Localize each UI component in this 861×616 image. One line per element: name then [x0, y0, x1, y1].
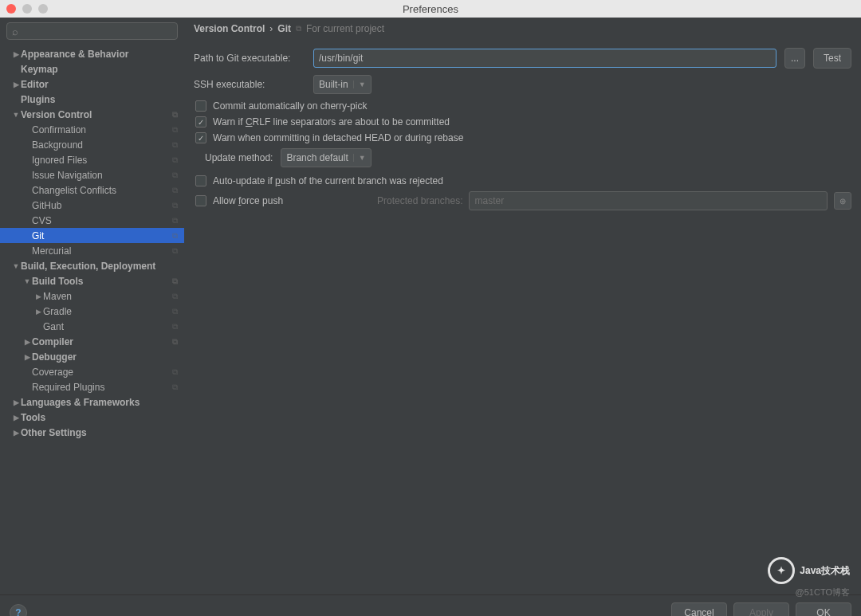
chevron-down-icon: ▼: [353, 154, 366, 162]
sidebar-item-background[interactable]: Background⧉: [0, 137, 184, 152]
sidebar-item-label: Plugins: [21, 94, 178, 105]
sidebar-item-maven[interactable]: ▶Maven⧉: [0, 288, 184, 304]
wechat-icon: ✦: [768, 557, 795, 584]
tree-arrow-icon: ▼: [11, 111, 21, 119]
sidebar-item-confirmation[interactable]: Confirmation⧉: [0, 122, 184, 137]
project-scope-icon: ⧉: [172, 246, 178, 256]
sidebar-item-build-tools[interactable]: ▼Build Tools⧉: [0, 273, 184, 288]
sidebar-item-required-plugins[interactable]: Required Plugins⧉: [0, 379, 184, 394]
help-button[interactable]: ?: [10, 604, 27, 617]
project-scope-icon: ⧉: [172, 155, 178, 165]
tree-arrow-icon: ▶: [11, 50, 21, 58]
ssh-value: Built-in: [319, 79, 348, 90]
sidebar-item-editor[interactable]: ▶Editor: [0, 77, 184, 92]
sidebar-item-label: Languages & Frameworks: [21, 397, 178, 408]
sidebar-item-label: Required Plugins: [32, 382, 172, 393]
tree-arrow-icon: ▶: [11, 414, 21, 422]
sidebar-item-label: Git: [32, 230, 172, 241]
minimize-icon[interactable]: [22, 4, 32, 14]
project-icon: ⧉: [296, 24, 301, 33]
sidebar-item-git[interactable]: Git⧉: [0, 228, 184, 243]
project-scope-icon: ⧉: [172, 110, 178, 120]
path-label: Path to Git executable:: [194, 53, 305, 64]
sidebar-item-github[interactable]: GitHub⧉: [0, 198, 184, 213]
sidebar-item-label: Changelist Conflicts: [32, 185, 172, 196]
tree-arrow-icon: ▼: [22, 277, 32, 285]
apply-button[interactable]: Apply: [733, 602, 789, 617]
sidebar-item-label: CVS: [32, 215, 172, 226]
chevron-right-icon: ›: [269, 23, 273, 34]
breadcrumb-sub: Git: [277, 23, 291, 34]
settings-tree: ▶Appearance & BehaviorKeymap▶EditorPlugi…: [0, 45, 184, 594]
sidebar-item-mercurial[interactable]: Mercurial⧉: [0, 243, 184, 258]
crlf-checkbox[interactable]: [195, 116, 206, 128]
sidebar-item-label: Build Tools: [32, 276, 172, 287]
project-scope-icon: ⧉: [172, 125, 178, 135]
sidebar-item-languages-frameworks[interactable]: ▶Languages & Frameworks: [0, 394, 184, 410]
protected-label: Protected branches:: [377, 195, 462, 206]
sidebar-item-label: Tools: [21, 412, 178, 423]
tree-arrow-icon: ▶: [22, 353, 32, 361]
project-scope-icon: ⧉: [172, 383, 178, 392]
main-panel: Version Control › Git ⧉ For current proj…: [184, 18, 861, 594]
sidebar-item-debugger[interactable]: ▶Debugger: [0, 349, 184, 364]
watermark-sub: @51CTO博客: [796, 587, 850, 598]
project-scope-icon: ⧉: [172, 277, 178, 286]
sidebar-item-label: Ignored Files: [32, 155, 172, 166]
detached-checkbox[interactable]: [195, 132, 206, 143]
sidebar-item-label: Maven: [43, 291, 172, 302]
sidebar-item-label: Gant: [43, 321, 172, 332]
sidebar-item-build-execution-deployment[interactable]: ▼Build, Execution, Deployment: [0, 258, 184, 273]
sidebar-item-label: Compiler: [32, 336, 172, 347]
sidebar-item-label: Background: [32, 139, 172, 151]
cancel-button[interactable]: Cancel: [671, 602, 727, 617]
ok-button[interactable]: OK: [796, 602, 851, 617]
sidebar-item-changelist-conflicts[interactable]: Changelist Conflicts⧉: [0, 182, 184, 198]
sidebar-item-ignored-files[interactable]: Ignored Files⧉: [0, 152, 184, 167]
sidebar-item-label: Gradle: [43, 306, 172, 317]
update-method-dropdown[interactable]: Branch default ▼: [281, 148, 371, 167]
tree-arrow-icon: ▶: [11, 80, 21, 88]
sidebar-item-tools[interactable]: ▶Tools: [0, 410, 184, 425]
tree-arrow-icon: ▶: [33, 308, 43, 316]
autoupdate-label: Auto-update if push of the current branc…: [213, 175, 443, 186]
sidebar-item-gant[interactable]: Gant⧉: [0, 319, 184, 334]
sidebar-item-label: Coverage: [32, 367, 172, 378]
test-button[interactable]: Test: [813, 48, 851, 69]
tree-arrow-icon: ▶: [33, 292, 43, 300]
sidebar-item-appearance-behavior[interactable]: ▶Appearance & Behavior: [0, 46, 184, 61]
project-scope-icon: ⧉: [172, 216, 178, 226]
maximize-icon[interactable]: [38, 4, 48, 14]
sidebar-item-label: Issue Navigation: [32, 170, 172, 181]
sidebar-item-plugins[interactable]: Plugins: [0, 92, 184, 107]
sidebar-item-keymap[interactable]: Keymap: [0, 61, 184, 77]
breadcrumb-main: Version Control: [194, 23, 265, 34]
sidebar-item-cvs[interactable]: CVS⧉: [0, 213, 184, 228]
force-push-checkbox[interactable]: [195, 195, 206, 206]
search-input[interactable]: ⌕: [6, 22, 178, 40]
expand-icon[interactable]: ⊕: [834, 192, 851, 210]
window-title: Preferences: [403, 3, 458, 15]
sidebar-item-compiler[interactable]: ▶Compiler⧉: [0, 334, 184, 349]
sidebar-item-label: Build, Execution, Deployment: [21, 261, 178, 272]
search-icon: ⌕: [12, 26, 18, 37]
sidebar-item-issue-navigation[interactable]: Issue Navigation⧉: [0, 167, 184, 182]
git-path-input[interactable]: [313, 49, 776, 68]
cherry-pick-label: Commit automatically on cherry-pick: [213, 100, 367, 112]
project-scope-icon: ⧉: [172, 140, 178, 150]
sidebar-item-gradle[interactable]: ▶Gradle⧉: [0, 304, 184, 319]
sidebar-item-other-settings[interactable]: ▶Other Settings: [0, 425, 184, 440]
close-icon[interactable]: [6, 4, 16, 14]
ssh-dropdown[interactable]: Built-in ▼: [313, 75, 372, 94]
sidebar-item-label: Version Control: [21, 109, 172, 120]
cherry-pick-checkbox[interactable]: [195, 100, 206, 112]
autoupdate-checkbox[interactable]: [195, 175, 206, 186]
breadcrumb: Version Control › Git ⧉ For current proj…: [184, 18, 861, 40]
tree-arrow-icon: ▶: [11, 429, 21, 437]
watermark: ✦ Java技术栈: [768, 557, 850, 584]
sidebar-item-coverage[interactable]: Coverage⧉: [0, 364, 184, 379]
sidebar-item-version-control[interactable]: ▼Version Control⧉: [0, 107, 184, 122]
protected-branches-input[interactable]: [469, 191, 828, 210]
browse-button[interactable]: ...: [784, 48, 805, 69]
sidebar-item-label: Keymap: [21, 64, 178, 75]
